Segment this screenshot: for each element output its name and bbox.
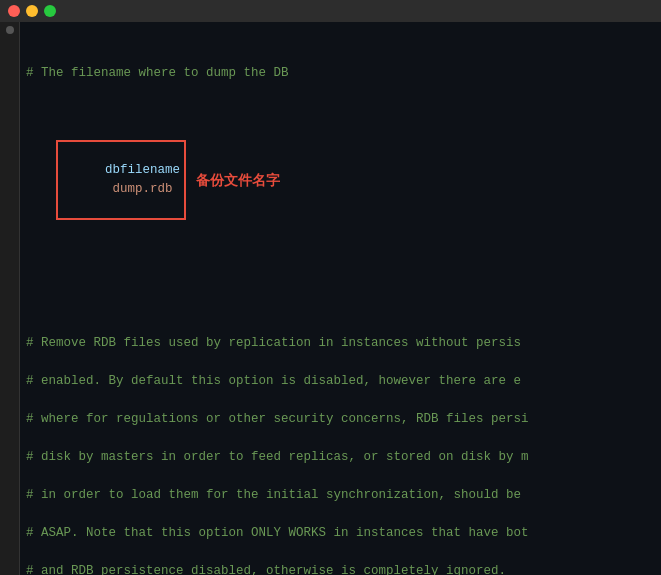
close-button[interactable] <box>8 5 20 17</box>
code-content: # The filename where to dump the DB dbfi… <box>26 26 655 575</box>
line-comment-8: # ASAP. Note that this option ONLY WORKS… <box>26 524 655 543</box>
sidebar <box>0 22 20 575</box>
line-comment-9: # and RDB persistence disabled, otherwis… <box>26 562 655 575</box>
line-comment-5: # where for regulations or other securit… <box>26 410 655 429</box>
main-window: # The filename where to dump the DB dbfi… <box>0 0 661 575</box>
comment-3: # Remove RDB files used by replication i… <box>26 334 521 353</box>
keyword-dbfilename: dbfilename <box>105 163 180 177</box>
line-comment-3: # Remove RDB files used by replication i… <box>26 334 655 353</box>
comment-7: # in order to load them for the initial … <box>26 486 521 505</box>
comment-1: # The filename where to dump the DB <box>26 64 289 83</box>
comment-5: # where for regulations or other securit… <box>26 410 529 429</box>
comment-6: # disk by masters in order to feed repli… <box>26 448 529 467</box>
annotation-backup-name: 备份文件名字 <box>196 171 280 190</box>
editor[interactable]: # The filename where to dump the DB dbfi… <box>20 22 661 575</box>
maximize-button[interactable] <box>44 5 56 17</box>
content-area: # The filename where to dump the DB dbfi… <box>0 22 661 575</box>
sidebar-dot <box>6 26 14 34</box>
titlebar <box>0 0 661 22</box>
line-comment-6: # disk by masters in order to feed repli… <box>26 448 655 467</box>
comment-4: # enabled. By default this option is dis… <box>26 372 521 391</box>
comment-8: # ASAP. Note that this option ONLY WORKS… <box>26 524 529 543</box>
comment-9: # and RDB persistence disabled, otherwis… <box>26 562 506 575</box>
line-blank-1 <box>26 277 655 296</box>
line-1: # The filename where to dump the DB <box>26 64 655 83</box>
line-2: dbfilename dump.rdb 备份文件名字 <box>26 121 655 239</box>
line-comment-7: # in order to load them for the initial … <box>26 486 655 505</box>
value-dumpfile: dump.rdb <box>105 182 173 196</box>
dbfilename-command: dbfilename dump.rdb <box>26 121 186 239</box>
line-comment-4: # enabled. By default this option is dis… <box>26 372 655 391</box>
minimize-button[interactable] <box>26 5 38 17</box>
